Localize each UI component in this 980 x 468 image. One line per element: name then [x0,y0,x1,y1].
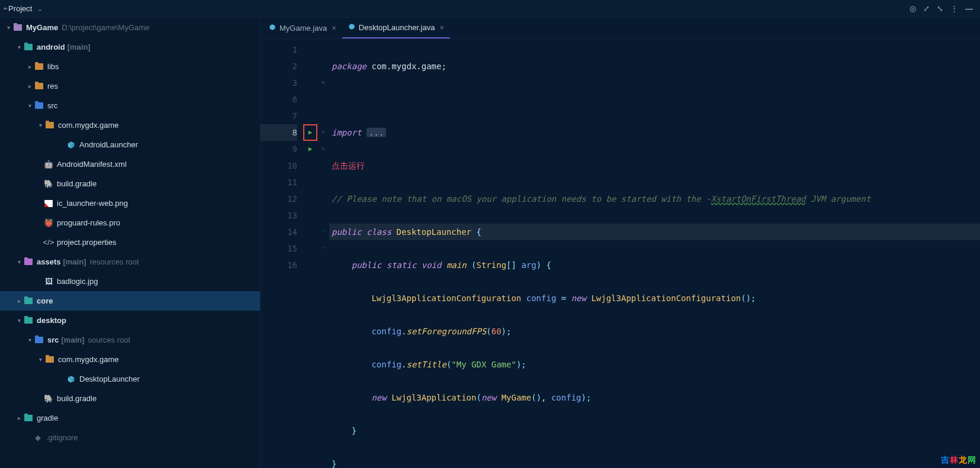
expand-toggle[interactable] [14,415,24,421]
project-toolbar: Project ⌄ ◎ ⤢ ⤡ ⋮ — [0,0,980,18]
tree-label: project.properties [57,238,116,247]
collapse-icon[interactable]: ⤡ [937,4,943,13]
minimize-icon[interactable]: — [965,4,973,13]
tree-pkg-2[interactable]: com.mygdx.game [0,350,260,369]
tree-core[interactable]: core [0,291,260,311]
tab-mygame[interactable]: MyGame.java × [263,18,342,38]
package-icon [45,122,54,128]
tree-label: libs [47,62,59,71]
expand-toggle[interactable] [25,83,34,89]
tree-assets[interactable]: assets [main] resources root [0,252,260,272]
package-icon [45,356,54,363]
tree-label: com.mygdx.game [58,121,119,130]
tree-android-launcher[interactable]: AndroidLauncher [0,135,260,154]
tree-label: core [37,296,53,305]
fold-end[interactable]: ⌐ [317,240,329,257]
tree-desktop[interactable]: desktop [0,311,260,330]
more-icon[interactable]: ⋮ [950,4,958,13]
chevron-down-icon[interactable]: ⌄ [37,4,43,13]
fold-end[interactable]: ⌐ [317,224,329,240]
tree-label: proguard-rules.pro [57,218,120,227]
module-icon [24,317,33,324]
tree-src-desktop[interactable]: src [main] sources root [0,330,260,350]
run-class-button[interactable]: ▶ [303,124,317,141]
tree-label: .gitignore [46,433,78,442]
run-gutter: ▶ ▶ [303,39,317,468]
run-main-button[interactable]: ▶ [303,141,317,157]
expand-toggle[interactable] [25,337,34,343]
module-icon [24,44,33,50]
tree-project-properties[interactable]: </> project.properties [0,233,260,252]
code-content[interactable]: package com.mygdx.game; import ... 点击运行 … [329,39,980,468]
scope-tag: [main] [68,43,91,51]
close-icon[interactable]: × [439,23,444,32]
tree-android[interactable]: android [main] [0,37,260,57]
java-class-icon [269,24,276,33]
expand-toggle[interactable] [25,102,34,109]
tree-libs[interactable]: libs [0,57,260,76]
tree-pkg[interactable]: com.mygdx.game [0,115,260,135]
expand-toggle[interactable] [36,122,45,128]
class-icon [66,375,76,383]
scope-tag: [main] [63,257,86,266]
tree-gitignore[interactable]: ◆ .gitignore [0,428,260,447]
play-icon: ▶ [309,141,313,157]
tree-res[interactable]: res [0,76,260,96]
tree-proguard[interactable]: 👹 proguard-rules.pro [0,213,260,233]
tree-label: gradle [37,414,58,422]
tab-desktop-launcher[interactable]: DesktopLauncher.java × [342,18,450,38]
expand-toggle[interactable] [14,317,24,324]
scope-tag: [main] [62,335,85,344]
tree-label: android [37,43,65,51]
expand-toggle[interactable] [14,298,24,304]
expand-icon[interactable]: ⤢ [923,4,930,13]
tree-manifest[interactable]: 🤖 AndroidManifest.xml [0,154,260,174]
line-number-gutter: 1 2 3 6 7 8 9 10 11 12 13 14 15 16 [261,39,303,468]
module-icon [24,298,33,304]
play-icon: ▶ [309,124,313,141]
fold-toggle[interactable]: ⊖ [317,141,329,157]
tree-build-gradle-2[interactable]: 🐘 build.gradle [0,389,260,408]
expand-toggle[interactable] [25,63,34,70]
tree-desktop-launcher[interactable]: DesktopLauncher [0,369,260,389]
module-folder-icon [13,24,23,31]
tree-label: build.gradle [57,394,97,403]
image-icon: 🖼 [44,277,53,286]
annotation-text: 点击运行 [332,161,365,170]
expand-toggle[interactable] [4,24,13,31]
resources-folder-icon [24,259,33,265]
editor-tabbar: MyGame.java × DesktopLauncher.java × [261,18,980,39]
tree-label: ic_launcher-web.png [57,199,128,208]
expand-toggle[interactable] [36,356,45,363]
tree-build-gradle-1[interactable]: 🐘 build.gradle [0,174,260,193]
gradle-icon: 🐘 [44,394,53,403]
expand-toggle[interactable] [14,259,24,265]
tree-gradle-dir[interactable]: gradle [0,408,260,428]
tree-label: res [47,82,58,91]
tree-label: DesktopLauncher [79,375,140,383]
tree-label: src [47,101,57,110]
close-icon[interactable]: × [332,24,336,33]
tree-label: AndroidLauncher [79,140,138,149]
project-tool-title[interactable]: Project [6,4,34,13]
folder-icon [24,415,33,421]
proguard-icon: 👹 [44,218,53,227]
tree-hint: sources root [88,335,131,344]
expand-toggle[interactable] [14,44,24,50]
project-tree[interactable]: MyGame D:\project\game\MyGame android [m… [0,18,261,468]
class-icon [66,141,76,149]
tree-src[interactable]: src [0,96,260,115]
target-icon[interactable]: ◎ [910,4,916,13]
java-class-icon [348,23,355,32]
tree-badlogic[interactable]: 🖼 badlogic.jpg [0,272,260,291]
fold-toggle[interactable]: ⊕ [317,75,329,91]
tree-root[interactable]: MyGame D:\project\game\MyGame [0,18,260,37]
code-editor[interactable]: 1 2 3 6 7 8 9 10 11 12 13 14 15 16 ▶ ▶ [261,39,980,468]
tab-label: MyGame.java [279,24,327,33]
fold-toggle[interactable]: ⊖ [317,124,329,141]
tree-hint: resources root [89,257,139,266]
tree-label: assets [37,257,60,266]
tree-ic-launcher[interactable]: ic_launcher-web.png [0,193,260,213]
editor-area: MyGame.java × DesktopLauncher.java × 1 2… [261,18,980,468]
tree-label: MyGame [26,23,58,32]
